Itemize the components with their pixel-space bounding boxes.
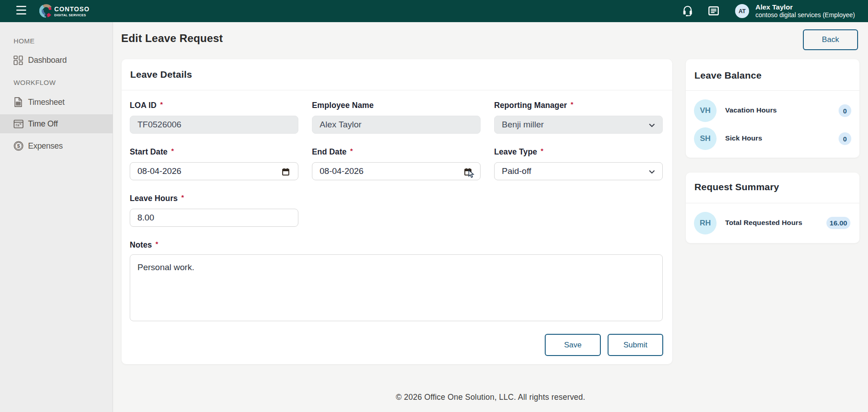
- svg-text:$: $: [17, 143, 20, 149]
